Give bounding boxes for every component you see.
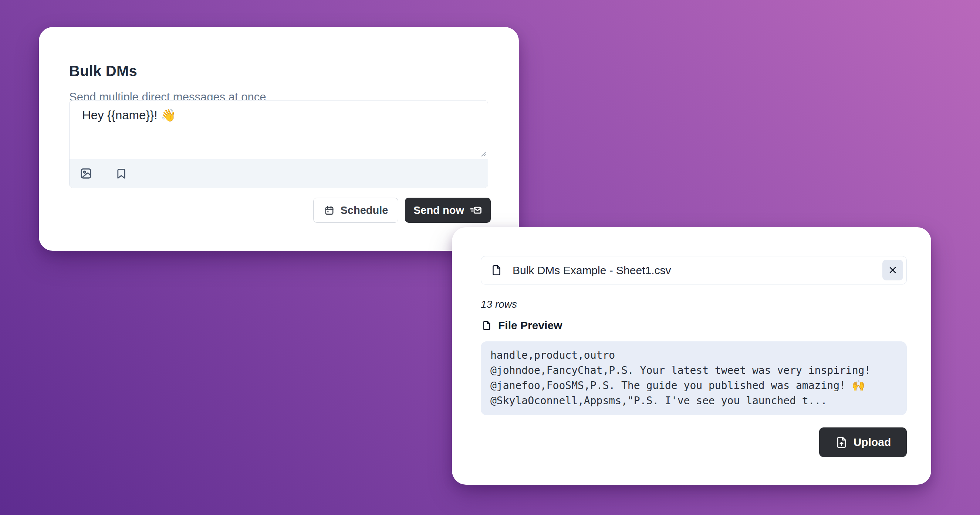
uploaded-file-chip: Bulk DMs Example - Sheet1.csv: [481, 256, 907, 284]
csv-upload-card: Bulk DMs Example - Sheet1.csv 13 rows Fi…: [452, 227, 931, 485]
file-icon: [491, 265, 502, 276]
page-title: Bulk DMs: [69, 63, 137, 79]
upload-button-label: Upload: [854, 436, 891, 448]
file-preview-label: File Preview: [498, 319, 562, 332]
uploaded-filename: Bulk DMs Example - Sheet1.csv: [512, 264, 671, 277]
message-input[interactable]: Hey {{name}}! 👋: [70, 100, 488, 159]
remove-file-button[interactable]: [882, 260, 903, 280]
send-now-button-label: Send now: [414, 204, 464, 217]
file-up-icon: [835, 436, 848, 449]
resize-handle[interactable]: [479, 149, 487, 157]
csv-line: @janefoo,FooSMS,P.S. The guide you publi…: [490, 378, 897, 393]
message-composer: Hey {{name}}! 👋: [69, 100, 488, 188]
schedule-button-label: Schedule: [340, 204, 388, 217]
csv-line: handle,product,outro: [490, 348, 897, 363]
image-icon: [79, 166, 93, 180]
bulk-dms-card: Bulk DMs Send multiple direct messages a…: [39, 27, 519, 251]
file-icon: [482, 320, 492, 331]
attach-image-button[interactable]: [79, 166, 93, 180]
saved-templates-button[interactable]: [115, 167, 127, 180]
send-now-button[interactable]: Send now: [405, 198, 491, 223]
file-preview-heading: File Preview: [482, 319, 562, 332]
schedule-button[interactable]: Schedule: [313, 198, 398, 223]
compose-actions: Schedule Send now: [313, 198, 491, 223]
csv-line: @SkylaOconnell,Appsms,"P.S. I've see you…: [490, 393, 897, 408]
composer-toolbar: [70, 159, 488, 188]
row-count: 13 rows: [481, 298, 517, 310]
close-icon: [888, 265, 898, 275]
upload-button[interactable]: Upload: [819, 428, 907, 457]
csv-preview-block: handle,product,outro @johndoe,FancyChat,…: [481, 341, 907, 415]
calendar-icon: [324, 205, 335, 216]
bookmark-icon: [115, 167, 127, 180]
csv-line: @johndoe,FancyChat,P.S. Your latest twee…: [490, 363, 897, 378]
send-mail-icon: [470, 204, 482, 217]
